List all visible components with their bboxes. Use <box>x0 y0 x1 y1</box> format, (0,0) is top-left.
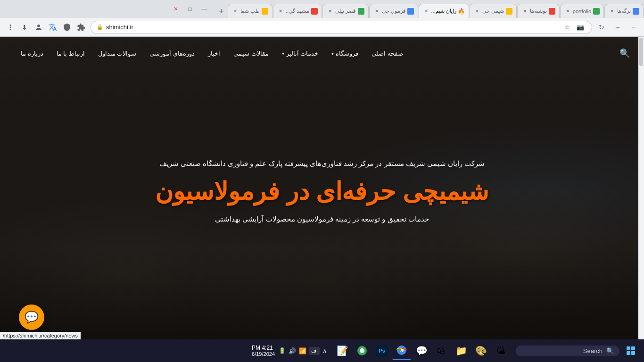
refresh-button[interactable]: ↻ <box>595 21 608 34</box>
toolbar-right: ⬇ <box>4 21 88 34</box>
taskbar-search-icon: 🔍 <box>606 347 614 354</box>
tab-label: فرمول چی <box>382 8 405 14</box>
maximize-button[interactable]: □ <box>183 2 197 16</box>
tab-close-button[interactable]: ✕ <box>474 8 480 15</box>
language-indicator[interactable]: اف <box>309 347 320 355</box>
tab-favicon <box>633 8 639 15</box>
tab-label: رایان شیم... <box>431 8 456 14</box>
bookmark-icon[interactable]: ☆ <box>561 22 573 33</box>
tab-label: برگه‌ها <box>617 8 631 14</box>
nav-item-صفحه-اصلی[interactable]: صفحه اصلی <box>365 46 410 61</box>
hero-content: شرکت رایان شیمی شریف مستقر در مرکز رشد ف… <box>65 159 580 223</box>
tab-favicon <box>506 8 512 15</box>
tab-tab6[interactable]: فرمول چی✕ <box>369 4 418 18</box>
taskbar-app-message[interactable]: 💬 <box>412 341 431 360</box>
new-tab-button[interactable]: + <box>215 5 228 18</box>
clock-date: 6/19/2024 <box>252 351 275 357</box>
hero-description: خدمات تحقیق و توسعه در زمینه فرمولاسیون … <box>65 215 580 223</box>
screenshot-icon[interactable]: 📷 <box>575 22 586 33</box>
battery-icon[interactable]: 🔋 <box>279 347 286 354</box>
tab-tab9[interactable]: طب شفا✕ <box>228 4 272 18</box>
tab-tab8[interactable]: مشهد گر...✕ <box>273 4 322 18</box>
shield-button[interactable] <box>60 21 74 34</box>
tab-label: مشهد گر... <box>286 8 309 14</box>
nav-menu: صفحه اصلیفروشگاهخدمات آنالیزمقالات شیمیا… <box>14 46 610 61</box>
tab-close-button[interactable]: ✕ <box>521 8 528 15</box>
taskbar-app-colorful[interactable]: 🎨 <box>471 341 490 360</box>
taskbar-search-text: Search <box>583 347 603 354</box>
chat-icon: 💬 <box>25 311 39 324</box>
download-button[interactable]: ⬇ <box>18 21 31 34</box>
taskbar-chrome-button[interactable] <box>392 341 411 360</box>
nav-item-ارتباط-با-ما[interactable]: ارتباط با ما <box>50 46 91 61</box>
tab-group: برگه‌ها✕portfolio✕نوشته‌ها✕شیمی چی✕🔥رایا… <box>228 0 644 18</box>
system-tray: ∧ اف 📶 🔊 🔋 <box>279 347 327 355</box>
taskbar-apps: 🌤 🎨 📁 🛍 💬 <box>333 341 510 360</box>
tab-tab2[interactable]: portfolio✕ <box>560 4 604 18</box>
back-button[interactable]: ← <box>627 21 640 34</box>
taskbar-notes-button[interactable]: 📝 <box>333 341 352 360</box>
profile-button[interactable] <box>32 21 45 34</box>
taskbar-clock[interactable]: 4:21 PM 6/19/2024 <box>252 345 275 357</box>
minimize-button[interactable]: — <box>198 2 211 16</box>
hero-subtitle: شرکت رایان شیمی شریف مستقر در مرکز رشد ف… <box>65 159 580 168</box>
tab-favicon: 🔥 <box>458 8 465 15</box>
taskbar-app-folder[interactable]: 📁 <box>452 341 471 360</box>
taskbar-search[interactable]: 🔍 Search <box>516 346 619 356</box>
tab-favicon <box>262 8 268 15</box>
tab-tab4[interactable]: شیمی چی✕ <box>470 4 517 18</box>
browser-frame: برگه‌ها✕portfolio✕نوشته‌ها✕شیمی چی✕🔥رایا… <box>0 0 644 362</box>
tab-bar: برگه‌ها✕portfolio✕نوشته‌ها✕شیمی چی✕🔥رایا… <box>0 0 644 18</box>
website: 🔍 صفحه اصلیفروشگاهخدمات آنالیزمقالات شیم… <box>0 37 644 339</box>
tab-close-button[interactable]: ✕ <box>327 8 333 15</box>
nav-item-اخبار[interactable]: اخبار <box>201 46 227 61</box>
site-navigation: 🔍 صفحه اصلیفروشگاهخدمات آنالیزمقالات شیم… <box>0 37 644 70</box>
tab-tab5[interactable]: 🔥رایان شیم...✕ <box>419 4 469 18</box>
tray-arrow-icon[interactable]: ∧ <box>322 347 327 354</box>
tab-favicon <box>593 8 600 15</box>
taskbar-photoshop-button[interactable]: Ps <box>372 341 391 360</box>
tab-close-button[interactable]: ✕ <box>232 8 239 15</box>
taskbar-app-store[interactable]: 🛍 <box>432 341 451 360</box>
tab-tab3[interactable]: نوشته‌ها✕ <box>517 4 560 18</box>
scroll-indicator[interactable] <box>638 37 644 339</box>
scroll-thumb <box>639 38 643 66</box>
nav-item-خدمات-آنالیز[interactable]: خدمات آنالیز <box>275 46 325 61</box>
tab-label: نوشته‌ها <box>530 8 547 14</box>
start-button[interactable] <box>621 341 640 360</box>
tab-close-button[interactable]: ✕ <box>423 8 429 15</box>
chat-bubble[interactable]: 💬 <box>19 304 44 330</box>
volume-icon[interactable]: 🔊 <box>289 347 296 354</box>
nav-item-دوره‌های-آموزشی[interactable]: دوره‌های آموزشی <box>143 46 201 61</box>
tab-close-button[interactable]: ✕ <box>277 8 284 15</box>
tab-close-button[interactable]: ✕ <box>609 8 615 15</box>
nav-item-فروشگاه[interactable]: فروشگاه <box>325 46 365 61</box>
tab-tab1[interactable]: برگه‌ها✕ <box>604 4 644 18</box>
translate-button[interactable] <box>46 21 59 34</box>
tab-close-button[interactable]: ✕ <box>564 8 571 15</box>
nav-item-مقالات-شیمی[interactable]: مقالات شیمی <box>227 46 275 61</box>
close-button[interactable]: ✕ <box>169 2 182 16</box>
url-text: shimichi.ir <box>106 24 559 31</box>
nav-item-درباره-ما[interactable]: درباره ما <box>14 46 50 61</box>
tab-label: طب شفا <box>240 8 260 14</box>
tab-favicon <box>549 8 555 15</box>
tab-label: شیمی چی <box>482 8 504 14</box>
widget-button[interactable]: 🌤 <box>491 341 510 360</box>
wifi-icon[interactable]: 📶 <box>299 347 306 354</box>
nav-item-سوالات-متداول[interactable]: سوالات متداول <box>91 46 143 61</box>
taskbar-app-green[interactable] <box>353 341 372 360</box>
extensions-button[interactable] <box>74 21 88 34</box>
tab-favicon <box>407 8 414 15</box>
tab-close-button[interactable]: ✕ <box>373 8 380 15</box>
tab-favicon <box>358 8 364 15</box>
tab-tab7[interactable]: قصر نیلی✕ <box>322 4 368 18</box>
browser-menu-button[interactable] <box>4 21 17 34</box>
taskbar-right: ∧ اف 📶 🔊 🔋 4:21 PM 6/19/2024 <box>245 345 327 357</box>
lock-icon: 🔒 <box>97 24 103 30</box>
search-icon[interactable]: 🔍 <box>619 48 630 58</box>
forward-button[interactable]: → <box>611 21 624 34</box>
tab-label: قصر نیلی <box>335 8 355 14</box>
url-actions: ☆ 📷 <box>561 22 586 33</box>
url-bar[interactable]: 🔒 shimichi.ir ☆ 📷 <box>91 21 592 34</box>
